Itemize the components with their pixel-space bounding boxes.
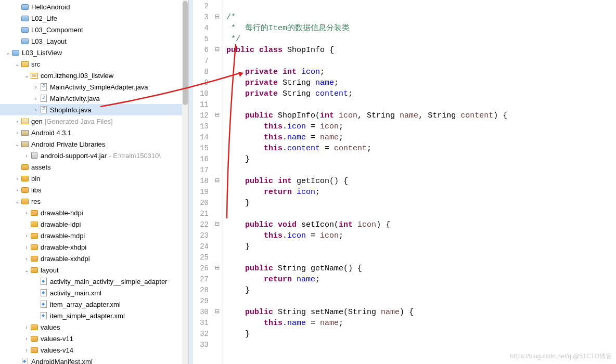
code-line[interactable] xyxy=(226,1,616,12)
tree-expand-arrow[interactable]: › xyxy=(32,84,40,90)
code-line[interactable]: private int icon; xyxy=(226,67,616,77)
tree-item-l02-life[interactable]: ·L02_Life xyxy=(0,12,188,24)
tree-item-drawable-xxhdpi[interactable]: ›drawable-xxhdpi xyxy=(0,253,188,264)
tree-expand-arrow[interactable]: › xyxy=(23,233,30,239)
code-line[interactable]: public int getIcon() { xyxy=(226,176,616,187)
tree-expand-arrow[interactable]: › xyxy=(23,347,30,353)
tree-item-l03-compoment[interactable]: ·L03_Compoment xyxy=(0,24,188,35)
fold-marker[interactable] xyxy=(214,45,223,56)
tree-item-values[interactable]: ›values xyxy=(0,321,188,333)
code-line[interactable]: this.icon = icon; xyxy=(226,121,616,132)
tree-item-com-itzheng-l03-listview[interactable]: ⌄com.itzheng.l03_listview xyxy=(0,70,188,81)
tree-item-shopinfo-java[interactable]: ›ShopInfo.java xyxy=(0,104,188,115)
tree-item-drawable-xhdpi[interactable]: ›drawable-xhdpi xyxy=(0,241,188,253)
project-tree[interactable]: ·HelloAndroid·L02_Life·L03_Compoment·L03… xyxy=(0,0,188,364)
code-line[interactable]: public ShopInfo(int icon, String name, S… xyxy=(226,110,616,121)
tree-expand-arrow[interactable]: › xyxy=(23,324,30,330)
tree-expand-arrow[interactable]: › xyxy=(32,96,40,101)
tree-expand-arrow[interactable]: › xyxy=(32,107,40,113)
tree-item-android-private-libraries[interactable]: ⌄Android Private Libraries xyxy=(0,138,188,150)
code-line[interactable]: public class ShopInfo { xyxy=(226,45,616,56)
tree-item-bin[interactable]: ›bin xyxy=(0,173,188,184)
code-line[interactable]: } xyxy=(226,154,616,165)
tree-item-layout[interactable]: ⌄layout xyxy=(0,264,188,276)
code-line[interactable]: private String content; xyxy=(226,88,616,99)
tree-item-gen[interactable]: ›gen[Generated Java Files] xyxy=(0,115,188,127)
code-line[interactable]: this.icon = icon; xyxy=(226,230,616,241)
tree-item-android-4-3-1[interactable]: ›Android 4.3.1 xyxy=(0,127,188,138)
tree-scrollbar-thumb[interactable] xyxy=(183,1,188,105)
tree-item-drawable-ldpi[interactable]: ·drawable-ldpi xyxy=(0,218,188,230)
tree-expand-arrow[interactable]: › xyxy=(23,210,30,216)
code-line[interactable] xyxy=(226,165,616,176)
tree-scrollbar-track[interactable] xyxy=(182,0,188,364)
tree-item-drawable-hdpi[interactable]: ›drawable-hdpi xyxy=(0,207,188,218)
code-line[interactable]: */ xyxy=(226,34,616,45)
tree-item-activity-main-xml[interactable]: ·activity_main.xml xyxy=(0,287,188,298)
code-line[interactable]: } xyxy=(226,285,616,296)
tree-expand-arrow[interactable]: ⌄ xyxy=(14,141,21,147)
tree-item-assets[interactable]: ·assets xyxy=(0,161,188,173)
code-line[interactable]: public String setName(String name) { xyxy=(226,307,616,318)
fold-column[interactable] xyxy=(214,0,223,364)
code-line[interactable]: /* xyxy=(226,12,616,23)
code-line[interactable]: this.content = content; xyxy=(226,143,616,154)
code-line[interactable]: public void setIcon(int icon) { xyxy=(226,219,616,230)
tree-item-android-support-v4-jar[interactable]: ›android-support-v4.jar - E:\train\15031… xyxy=(0,150,188,161)
tree-item-item-simple-adapter-xml[interactable]: ·item_simple_adapter.xml xyxy=(0,310,188,321)
tree-expand-arrow[interactable]: › xyxy=(14,119,21,124)
code-line[interactable] xyxy=(226,56,616,67)
tree-item-values-v11[interactable]: ›values-v11 xyxy=(0,333,188,344)
fold-marker[interactable] xyxy=(214,176,223,187)
tree-item-activity-main-activity-simple-adapter[interactable]: ·activity_main_activity__simple_adapter xyxy=(0,276,188,287)
tree-item-mainactivity-java[interactable]: ›MainActivity.java xyxy=(0,93,188,104)
code-line[interactable]: public String getName() { xyxy=(226,263,616,274)
tree-item-src[interactable]: ⌄src xyxy=(0,58,188,70)
code-line[interactable]: } xyxy=(226,241,616,252)
tree-expand-arrow[interactable]: ⌄ xyxy=(23,267,30,273)
code-line[interactable]: return icon; xyxy=(226,187,616,198)
project-explorer[interactable]: ·HelloAndroid·L02_Life·L03_Compoment·L03… xyxy=(0,0,189,364)
tree-expand-arrow[interactable]: › xyxy=(23,256,30,262)
code-line[interactable] xyxy=(226,296,616,307)
tree-expand-arrow[interactable]: › xyxy=(14,130,21,136)
code-line[interactable] xyxy=(226,99,616,110)
tree-expand-arrow[interactable]: › xyxy=(23,153,30,159)
code-line[interactable] xyxy=(226,340,616,350)
tree-item-helloandroid[interactable]: ·HelloAndroid xyxy=(0,1,188,12)
tree-expand-arrow[interactable]: ⌄ xyxy=(4,50,11,56)
fold-marker[interactable] xyxy=(214,219,223,230)
tree-expand-arrow[interactable]: › xyxy=(23,244,30,250)
code-line[interactable] xyxy=(226,209,616,219)
code-line[interactable]: return name; xyxy=(226,274,616,285)
tree-item-drawable-mdpi[interactable]: ›drawable-mdpi xyxy=(0,230,188,241)
code-line[interactable]: } xyxy=(226,198,616,209)
tree-item-item-array-adapter-xml[interactable]: ·item_array_adapter.xml xyxy=(0,298,188,310)
tree-item-l03-layout[interactable]: ·L03_Layout xyxy=(0,35,188,47)
ic-folder-icon xyxy=(30,254,38,263)
code-line[interactable]: this.name = name; xyxy=(226,318,616,329)
fold-marker[interactable] xyxy=(214,307,223,318)
fold-marker[interactable] xyxy=(214,263,223,274)
tree-expand-arrow[interactable]: ⌄ xyxy=(23,73,30,79)
code-area[interactable]: /* * 每行的Item的数据信息分装类 */public class Shop… xyxy=(223,0,616,364)
tree-expand-arrow[interactable]: › xyxy=(14,187,21,193)
tree-expand-arrow[interactable]: ⌄ xyxy=(14,61,21,67)
code-line[interactable] xyxy=(226,252,616,263)
tree-item-mainactivity-simpleadapter-java[interactable]: ›MainActivity_SimpleAdapter.java xyxy=(0,81,188,93)
code-line[interactable]: this.name = name; xyxy=(226,132,616,143)
fold-marker[interactable] xyxy=(214,110,223,121)
tree-item-res[interactable]: ⌄res xyxy=(0,196,188,207)
tree-item-androidmanifest-xml[interactable]: ·AndroidManifest.xml xyxy=(0,356,188,364)
tree-item-l03-listview[interactable]: ⌄L03_ListView xyxy=(0,47,188,58)
tree-item-values-v14[interactable]: ›values-v14 xyxy=(0,344,188,356)
code-line[interactable]: } xyxy=(226,329,616,340)
tree-item-libs[interactable]: ›libs xyxy=(0,184,188,196)
code-line[interactable]: * 每行的Item的数据信息分装类 xyxy=(226,23,616,34)
tree-expand-arrow[interactable]: › xyxy=(14,176,21,181)
tree-expand-arrow[interactable]: › xyxy=(23,336,30,342)
fold-marker[interactable] xyxy=(214,12,223,23)
code-line[interactable]: private String name; xyxy=(226,77,616,88)
tree-expand-arrow[interactable]: ⌄ xyxy=(14,199,21,204)
code-editor[interactable]: 2345678910111213141516171819202122232425… xyxy=(189,0,616,364)
